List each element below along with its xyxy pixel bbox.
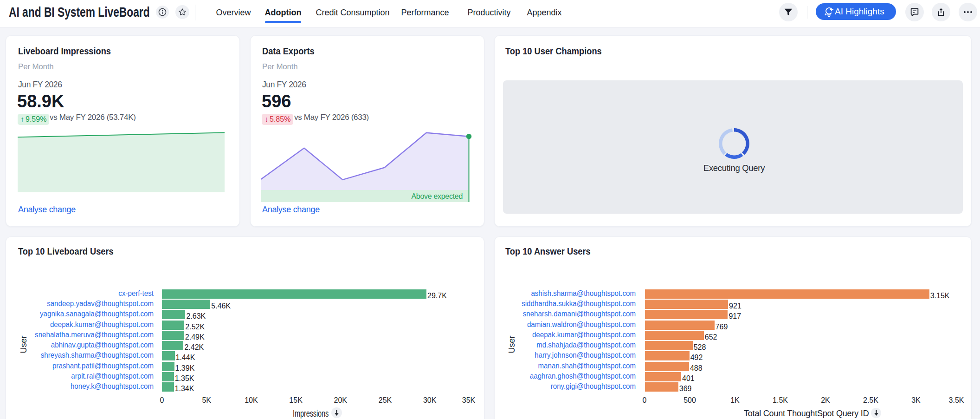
svg-text:Above expected: Above expected [411,192,463,200]
